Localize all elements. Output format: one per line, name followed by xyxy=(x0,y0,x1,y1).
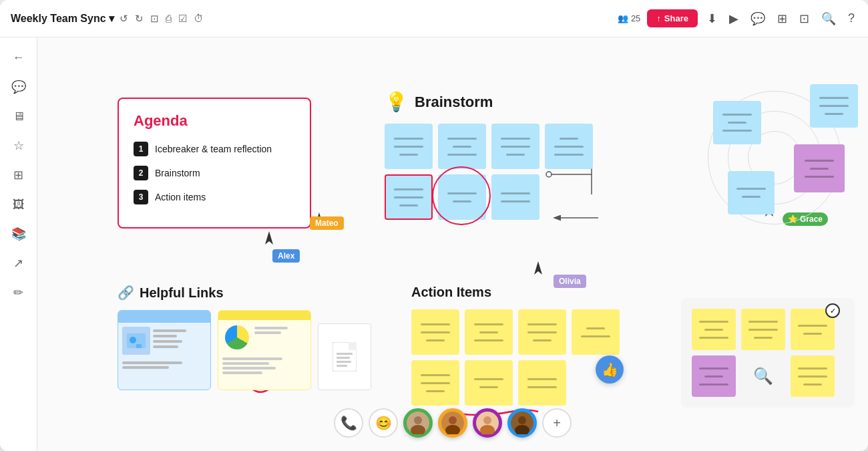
svg-point-24 xyxy=(449,416,457,424)
thumb-img xyxy=(122,327,150,355)
emoji-icon-participant[interactable]: 😊 xyxy=(369,408,398,438)
add-participant-button[interactable]: + xyxy=(542,408,572,438)
action-sticky-y7[interactable] xyxy=(518,360,566,406)
ythumb-fline-2 xyxy=(222,362,269,365)
help-button[interactable]: ? xyxy=(845,9,857,28)
right-sticky-purple[interactable] xyxy=(692,355,736,397)
zoom-button[interactable]: 🔍 xyxy=(819,9,839,29)
app-title: Weekly Team Sync xyxy=(11,13,106,25)
action-sticky-y4[interactable] xyxy=(572,309,620,355)
right-sticky-y1[interactable] xyxy=(692,309,736,350)
brainstorm-section: 💡 Brainstorm xyxy=(385,91,625,220)
avatar-1[interactable] xyxy=(403,408,433,438)
sticky-note-b3[interactable] xyxy=(491,124,539,169)
thumb-footer xyxy=(118,359,210,371)
print-icon[interactable]: ⎙ xyxy=(166,13,172,24)
svg-point-21 xyxy=(414,416,422,424)
thumb-line-6 xyxy=(122,366,169,369)
action-sticky-y6[interactable] xyxy=(465,360,513,406)
ythumb-lines xyxy=(254,323,306,352)
checklist-icon[interactable]: ☑ xyxy=(178,13,187,25)
thumb-body-blue xyxy=(118,323,210,359)
link-card-doc[interactable] xyxy=(318,323,371,390)
sidebar-favorites-button[interactable]: ☆ xyxy=(7,134,31,158)
concentric-sticky-purple[interactable] xyxy=(794,144,845,192)
download-button[interactable]: ⬇ xyxy=(704,9,720,29)
sidebar-library-button[interactable]: 📚 xyxy=(7,222,31,246)
sticky-note-b6[interactable] xyxy=(438,174,486,220)
app-container: Weekly Team Sync ▾ ↺ ↻ ⊡ ⎙ ☑ ⏱ 👥 25 ↑ Sh… xyxy=(0,0,868,451)
timer-icon[interactable]: ⏱ xyxy=(194,13,204,24)
sidebar-comments-button[interactable]: 💬 xyxy=(7,75,31,99)
avatar-3[interactable] xyxy=(473,408,502,438)
svg-rect-16 xyxy=(337,353,353,355)
action-sticky-grid xyxy=(411,309,620,406)
ythumb-body xyxy=(218,320,310,355)
ythumb-footer xyxy=(218,355,310,377)
ythumb-line-2 xyxy=(254,331,281,334)
avatar-2[interactable] xyxy=(438,408,467,438)
concentric-sticky-2[interactable] xyxy=(810,84,858,128)
view-button[interactable]: ⊡ xyxy=(797,9,812,29)
action-sticky-y3[interactable] xyxy=(518,309,566,355)
sticky-note-b2[interactable] xyxy=(438,124,486,169)
svg-rect-15 xyxy=(349,342,357,350)
right-sticky-y2[interactable] xyxy=(741,309,785,350)
share-upload-icon: ↑ xyxy=(656,13,661,23)
svg-point-30 xyxy=(518,416,526,424)
undo-icon[interactable]: ↺ xyxy=(120,13,128,25)
sticky-note-b4[interactable] xyxy=(545,124,593,169)
header-right: 👥 25 ↑ Share ⬇ ▶ 💬 ⊞ ⊡ 🔍 ? xyxy=(618,9,857,29)
sidebar-screens-button[interactable]: 🖥 xyxy=(7,104,31,128)
thumb-line-2 xyxy=(153,335,177,337)
action-sticky-y1[interactable] xyxy=(411,309,459,355)
frame-icon[interactable]: ⊡ xyxy=(150,13,159,25)
agenda-num-2: 2 xyxy=(134,166,148,180)
redo-icon[interactable]: ↻ xyxy=(135,13,144,25)
agenda-item-text-3: Action items xyxy=(155,192,206,202)
svg-marker-7 xyxy=(534,261,542,275)
avatar-4[interactable] xyxy=(507,408,537,438)
ythumb-fline-3 xyxy=(222,367,276,369)
thumb-header-blue xyxy=(118,311,210,323)
svg-marker-13 xyxy=(136,344,142,348)
comment-button[interactable]: 💬 xyxy=(748,9,768,29)
sticky-note-b5-highlighted[interactable] xyxy=(385,174,433,220)
ythumb-header xyxy=(218,311,310,320)
header: Weekly Team Sync ▾ ↺ ↻ ⊡ ⎙ ☑ ⏱ 👥 25 ↑ Sh… xyxy=(0,0,868,37)
agenda-item-text-1: Icebreaker & team reflection xyxy=(155,144,272,154)
sidebar-images-button[interactable]: 🖼 xyxy=(7,192,31,216)
sticky-note-b7[interactable] xyxy=(491,174,539,220)
action-items-title-text: Action Items xyxy=(411,285,491,300)
sidebar-draw-button[interactable]: ✏ xyxy=(7,281,31,305)
action-items-section: Action Items xyxy=(411,285,620,406)
title-dropdown-icon[interactable]: ▾ xyxy=(109,12,114,25)
link-card-yellow[interactable] xyxy=(218,310,311,390)
concentric-area xyxy=(708,78,848,238)
link-card-blue[interactable] xyxy=(118,310,211,390)
collaborate-button[interactable]: ⊞ xyxy=(775,9,790,29)
sticky-note-b1[interactable] xyxy=(385,124,433,169)
action-sticky-y5[interactable] xyxy=(411,360,459,406)
concentric-sticky-1[interactable] xyxy=(713,101,761,144)
zoom-icon[interactable]: 🔍 xyxy=(741,355,785,397)
ythumb-fline-4 xyxy=(222,371,262,374)
sidebar-export-button[interactable]: ↗ xyxy=(7,251,31,275)
cursor-alex: Alex xyxy=(272,249,300,263)
helpful-links-title-text: Helpful Links xyxy=(140,285,224,301)
sidebar-frames-button[interactable]: ⊞ xyxy=(7,163,31,187)
header-tools: ↺ ↻ ⊡ ⎙ ☑ ⏱ xyxy=(120,13,204,25)
right-sticky-y3-check[interactable]: ✓ xyxy=(791,309,835,350)
concentric-sticky-3[interactable] xyxy=(728,171,775,214)
right-panel: ✓ 🔍 xyxy=(681,298,855,408)
canvas[interactable]: Agenda 1 Icebreaker & team reflection 2 … xyxy=(37,37,868,451)
ythumb-fline-1 xyxy=(222,357,282,360)
share-button[interactable]: ↑ Share xyxy=(647,9,698,27)
right-sticky-y4[interactable] xyxy=(791,355,835,397)
present-button[interactable]: ▶ xyxy=(726,9,741,29)
thumb-line-5 xyxy=(122,361,182,364)
phone-icon-participant[interactable]: 📞 xyxy=(334,408,363,438)
action-sticky-y2[interactable] xyxy=(465,309,513,355)
sidebar-back-button[interactable]: ← xyxy=(7,45,31,69)
action-items-title: Action Items xyxy=(411,285,620,300)
